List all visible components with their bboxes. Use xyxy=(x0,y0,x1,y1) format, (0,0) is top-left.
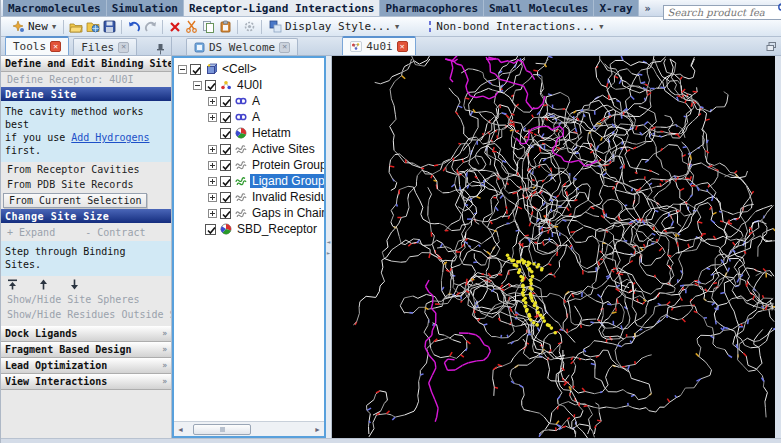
tree-item-4u0i[interactable]: 4U0I xyxy=(174,77,324,93)
tree-item-invalid-residues[interactable]: Invalid Residues xyxy=(174,189,324,205)
settings-gear-icon[interactable] xyxy=(242,19,257,34)
scroll-left-icon[interactable]: ◄ xyxy=(174,426,187,433)
minus-expander-icon[interactable] xyxy=(193,81,202,90)
display-style-caret-icon[interactable]: ▼ xyxy=(395,23,399,31)
tab-tools[interactable]: Tools ✕ xyxy=(5,36,69,55)
tree-horizontal-scrollbar[interactable]: ◄ ► xyxy=(174,421,324,436)
scrollbar-thumb[interactable] xyxy=(193,424,251,435)
tools-panel: Define and Edit Binding Site ▴ Define Re… xyxy=(1,56,172,438)
expand-arrow-icon[interactable]: » xyxy=(162,361,167,370)
tree-item-label: Ligand Groups xyxy=(250,174,324,188)
visibility-checkbox[interactable] xyxy=(220,160,231,171)
section-dock-ligands[interactable]: Dock Ligands» xyxy=(1,326,171,342)
paste-icon[interactable] xyxy=(218,19,233,34)
open-folder-icon[interactable] xyxy=(68,19,83,34)
molecule-icon xyxy=(219,79,232,91)
expand-arrow-icon[interactable]: » xyxy=(162,345,167,354)
section-lead-optimization[interactable]: Lead Optimization» xyxy=(1,358,171,374)
tree-item-cell[interactable]: <Cell> xyxy=(174,61,324,77)
menu-item-simulation[interactable]: Simulation xyxy=(107,0,184,16)
collapse-right-icon[interactable]: ► xyxy=(327,249,331,256)
molecule-wireframe xyxy=(332,56,775,438)
menu-item-x-ray[interactable]: X-ray xyxy=(594,0,638,16)
display-style-button[interactable]: Display Style... ▼ xyxy=(265,19,403,34)
cut-icon[interactable] xyxy=(184,19,199,34)
minus-expander-icon[interactable] xyxy=(178,65,187,74)
plus-expander-icon[interactable] xyxy=(208,145,217,154)
tree-item-protein-groups[interactable]: Protein Groups xyxy=(174,157,324,173)
tab-ds-welcome[interactable]: DS Welcome ✕ xyxy=(186,38,298,55)
plus-expander-icon[interactable] xyxy=(208,161,217,170)
tab-files-close-icon[interactable]: ✕ xyxy=(118,42,129,53)
visibility-checkbox[interactable] xyxy=(220,128,231,139)
tree-item-sbd-receptor[interactable]: SBD_Receptor xyxy=(174,221,324,237)
from-pdb-site-records-button[interactable]: From PDB Site Records xyxy=(1,177,139,192)
plus-expander-icon[interactable] xyxy=(208,177,217,186)
visibility-checkbox[interactable] xyxy=(220,96,231,107)
visibility-checkbox[interactable] xyxy=(220,208,231,219)
expand-arrow-icon[interactable]: » xyxy=(162,329,167,338)
menu-item-macromolecules[interactable]: Macromolecules xyxy=(3,0,107,16)
next-site-icon[interactable] xyxy=(69,279,80,290)
contract-button[interactable]: - Contract xyxy=(85,227,145,238)
tab-4u0i-close-icon[interactable]: ✕ xyxy=(397,41,408,52)
search-icon[interactable] xyxy=(777,2,781,14)
from-receptor-cavities-button[interactable]: From Receptor Cavities xyxy=(1,162,145,177)
visibility-checkbox[interactable] xyxy=(220,192,231,203)
menu-item-receptor-ligand-interactions[interactable]: Receptor-Ligand Interactions xyxy=(184,0,380,16)
nonbond-caret-icon[interactable]: ▼ xyxy=(599,23,603,31)
new-button[interactable]: New ▼ xyxy=(8,19,60,34)
showhide-residues-button[interactable]: Show/Hide Residues Outside Spl xyxy=(1,307,171,322)
visibility-checkbox[interactable] xyxy=(205,224,216,235)
redo-icon[interactable] xyxy=(143,19,158,34)
nonbond-interactions-button[interactable]: Non-bond Interactions... ▼ xyxy=(423,19,607,34)
tree-item-ligand-groups[interactable]: Ligand Groups xyxy=(174,173,324,189)
visibility-checkbox[interactable] xyxy=(190,64,201,75)
plus-expander-icon[interactable] xyxy=(208,209,217,218)
visibility-checkbox[interactable] xyxy=(205,80,216,91)
tab-tools-close-icon[interactable]: ✕ xyxy=(50,41,61,52)
scroll-right-icon[interactable]: ► xyxy=(311,426,324,433)
tab-ds-welcome-close-icon[interactable]: ✕ xyxy=(279,42,290,53)
cavity-info-box: The cavity method works best if you use … xyxy=(1,101,171,162)
menu-overflow-button[interactable]: » xyxy=(639,3,657,14)
new-caret-icon[interactable]: ▼ xyxy=(52,23,56,31)
visibility-checkbox[interactable] xyxy=(220,112,231,123)
section-define-edit-binding-site[interactable]: Define and Edit Binding Site ▴ xyxy=(1,56,171,72)
undo-icon[interactable] xyxy=(126,19,141,34)
menu-item-pharmacophores[interactable]: Pharmacophores xyxy=(380,0,484,16)
expand-arrow-icon[interactable]: » xyxy=(162,377,167,386)
tree-item-hetatm[interactable]: Hetatm xyxy=(174,125,324,141)
tab-files[interactable]: Files ✕ xyxy=(73,38,137,55)
plus-expander-icon[interactable] xyxy=(208,97,217,106)
section-view-interactions[interactable]: View Interactions» xyxy=(1,374,171,390)
float-window-icon[interactable] xyxy=(766,41,777,52)
open-url-icon[interactable] xyxy=(85,19,100,34)
visibility-checkbox[interactable] xyxy=(220,176,231,187)
collapse-left-icon[interactable]: ◄ xyxy=(327,238,331,245)
search-input[interactable] xyxy=(663,5,781,20)
section-fragment-based-design[interactable]: Fragment Based Design» xyxy=(1,342,171,358)
3d-viewport[interactable] xyxy=(332,56,775,438)
showhide-spheres-button[interactable]: Show/Hide Site Spheres xyxy=(1,292,171,307)
first-site-icon[interactable] xyxy=(7,279,18,290)
menu-item-small-molecules[interactable]: Small Molecules xyxy=(484,0,594,16)
delete-icon[interactable] xyxy=(167,19,182,34)
collapsed-sections: Dock Ligands»Fragment Based Design»Lead … xyxy=(1,326,171,390)
tree-item-a[interactable]: A xyxy=(174,93,324,109)
pin-icon[interactable] xyxy=(156,43,165,55)
add-hydrogens-link[interactable]: Add Hydrogens xyxy=(71,132,149,143)
tab-4u0i[interactable]: 4u0i ✕ xyxy=(342,36,416,55)
previous-site-icon[interactable] xyxy=(38,279,49,290)
save-icon[interactable] xyxy=(102,19,117,34)
expand-button[interactable]: + Expand xyxy=(7,227,55,238)
from-current-selection-button[interactable]: From Current Selection xyxy=(3,193,147,208)
plus-expander-icon[interactable] xyxy=(208,113,217,122)
tree-item-gaps-in-chain[interactable]: Gaps in Chain xyxy=(174,205,324,221)
zigzag-icon xyxy=(234,159,247,171)
plus-expander-icon[interactable] xyxy=(208,193,217,202)
copy-icon[interactable] xyxy=(201,19,216,34)
tree-item-a[interactable]: A xyxy=(174,109,324,125)
tree-item-active-sites[interactable]: Active Sites xyxy=(174,141,324,157)
visibility-checkbox[interactable] xyxy=(220,144,231,155)
